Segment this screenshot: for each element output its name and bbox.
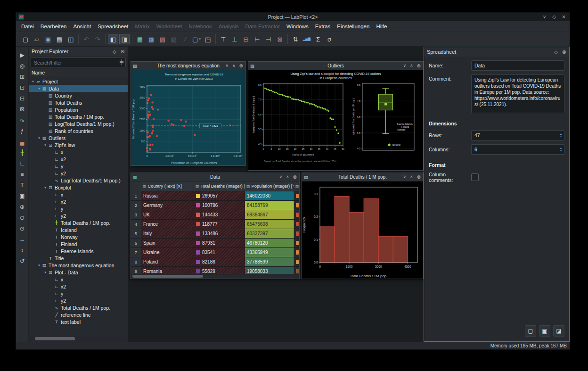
print-preview-button[interactable]: ◫: [65, 34, 76, 44]
add-image-button[interactable]: ▣: [17, 191, 27, 201]
export-button[interactable]: ◳: [203, 34, 213, 44]
tree-item-total-deaths[interactable]: ▥Total Deaths: [29, 99, 128, 106]
tree-item-population[interactable]: ▥Population: [29, 106, 128, 113]
country-cell[interactable]: France: [141, 220, 194, 229]
menu-datei[interactable]: Datei: [18, 21, 37, 32]
toggle-properties-dock-button[interactable]: ◨: [119, 34, 130, 44]
name-input[interactable]: [471, 60, 564, 71]
expander-icon[interactable]: ▾: [37, 87, 41, 91]
country-cell[interactable]: Germany: [141, 201, 194, 210]
tree-item-iceland[interactable]: TIceland: [29, 226, 128, 233]
remove-rows-button[interactable]: ⊟: [241, 34, 251, 44]
data-window-titlebar[interactable]: ▦ Data: [131, 173, 299, 181]
close-window-icon[interactable]: [417, 174, 421, 180]
zipf-chart[interactable]: 051015202530354045504.55.56.57.58.5Rank …: [251, 82, 345, 157]
tree-item-y[interactable]: ∟y: [29, 205, 128, 212]
zoom-in-button[interactable]: ⊕: [17, 202, 27, 212]
tree-item-the-most-dangerous-equation[interactable]: ▾▤The most dangerous equation: [29, 262, 128, 269]
deaths-per-million-cell[interactable]: [294, 267, 299, 274]
tree-item-zipf-s-law[interactable]: ▾⊡Zipf's law: [29, 141, 128, 148]
dangerous-equation-titlebar[interactable]: ▤ The most dangerous equation: [131, 62, 245, 70]
row-number[interactable]: 3: [131, 210, 141, 219]
add-xy-curve-button[interactable]: ∿: [17, 115, 27, 125]
insert-column-right-button[interactable]: ⊣: [263, 34, 274, 44]
expander-icon[interactable]: ▾: [31, 80, 35, 83]
tree-item-x[interactable]: ∟x: [29, 148, 128, 156]
tree-item-title[interactable]: TTitle: [29, 255, 128, 262]
tree-item-x[interactable]: ∟x: [29, 276, 128, 283]
tree-item-boxplot[interactable]: ▾⊡Boxplot: [29, 184, 128, 191]
tree-horizontal-scrollbar[interactable]: [30, 337, 126, 341]
close-icon[interactable]: [562, 13, 565, 22]
deaths-per-million-cell[interactable]: [294, 191, 299, 200]
table-horizontal-scrollbar[interactable]: [131, 274, 299, 279]
tree-item-faeroe-islands[interactable]: TFaeroe Islands: [29, 247, 128, 255]
table-corner[interactable]: [131, 181, 141, 191]
close-window-icon[interactable]: [417, 63, 421, 68]
population-cell[interactable]: 19058033: [245, 267, 294, 274]
tree-column-header[interactable]: Name: [29, 69, 128, 77]
row-number[interactable]: 6: [131, 239, 141, 247]
add-text-label-button[interactable]: T: [17, 181, 27, 190]
select-tool-button[interactable]: ▶: [17, 50, 27, 60]
tree-item-country[interactable]: ▥Country: [29, 92, 128, 99]
float-dock-icon[interactable]: [554, 49, 558, 55]
add-histogram-button[interactable]: ▄: [17, 137, 27, 147]
column-header-1[interactable]: ▥Country (Text) [X]: [141, 181, 194, 191]
tree-item-norway[interactable]: TNorway: [29, 233, 128, 240]
add-axis-button[interactable]: ∟: [17, 159, 27, 168]
row-number[interactable]: 1: [131, 191, 141, 200]
open-project-button[interactable]: ▱: [32, 34, 42, 44]
histogram-chart[interactable]: 01500300045000.00.10.20.3Total Deaths / …: [302, 181, 423, 279]
tree-item-plot-data[interactable]: ▾⊡Plot - Data: [29, 269, 128, 276]
country-cell[interactable]: Romania: [141, 267, 194, 274]
shift-y-button[interactable]: ↕: [17, 246, 27, 255]
tree-item-y2[interactable]: ∟y2: [29, 212, 128, 219]
rows-spinner[interactable]: 47: [471, 130, 564, 140]
crosshair-tool-button[interactable]: ◎: [17, 61, 27, 71]
sort-button[interactable]: ⇅: [290, 34, 301, 44]
import-button[interactable]: ▢: [191, 34, 202, 44]
add-equation-curve-button[interactable]: ƒ: [17, 126, 27, 136]
histogram-titlebar[interactable]: ▤ Total Deaths / 1 M pop.: [302, 173, 423, 181]
maximize-window-icon[interactable]: [232, 63, 236, 68]
shift-x-button[interactable]: ↔: [17, 235, 27, 244]
maximize-window-icon[interactable]: [286, 174, 289, 180]
maximize-icon[interactable]: [552, 13, 556, 22]
close-dock-icon[interactable]: [562, 49, 566, 55]
total-deaths-cell[interactable]: 87931: [194, 239, 245, 247]
new-notebook-button[interactable]: ▧: [169, 34, 179, 44]
menu-extras[interactable]: Extras: [312, 21, 334, 32]
row-number[interactable]: 8: [131, 257, 141, 266]
close-window-icon[interactable]: [293, 174, 297, 180]
country-cell[interactable]: Spain: [141, 239, 194, 247]
tree-item-rank-of-countries[interactable]: ▥Rank of countries: [29, 127, 128, 134]
deaths-per-million-cell[interactable]: [294, 257, 299, 266]
tree-item-finland[interactable]: TFinland: [29, 240, 128, 247]
column-comments-checkbox[interactable]: [471, 173, 479, 181]
deaths-per-million-cell[interactable]: [294, 210, 299, 219]
menu-spreadsheet[interactable]: Spreadsheet: [94, 21, 131, 32]
expander-icon[interactable]: ▾: [37, 136, 41, 140]
menu-windows[interactable]: Windows: [283, 21, 312, 32]
population-cell[interactable]: 43365949: [245, 248, 294, 257]
zoom-select-button[interactable]: ⊙: [17, 224, 27, 233]
spin-down-icon[interactable]: [560, 149, 562, 152]
country-cell[interactable]: Italy: [141, 229, 194, 238]
new-matrix-button[interactable]: ▩: [146, 34, 156, 44]
insert-row-below-button[interactable]: ⊥: [229, 34, 240, 44]
boxplot-chart[interactable]: Faeroe IslandsFinlandNorwayIceland4.55.5…: [351, 82, 417, 157]
tree-item-x2[interactable]: ∟x2: [29, 156, 128, 163]
deaths-per-million-cell[interactable]: [294, 201, 299, 210]
row-number[interactable]: 9: [131, 267, 141, 274]
redo-button[interactable]: ↷: [92, 34, 103, 44]
population-cell[interactable]: 68384867: [245, 210, 294, 219]
tree-item-reference-line[interactable]: ╱reference line: [29, 311, 128, 318]
total-deaths-cell[interactable]: 100796: [194, 201, 245, 210]
maximize-window-icon[interactable]: [410, 174, 413, 180]
row-number[interactable]: 4: [131, 220, 141, 229]
close-window-icon[interactable]: [239, 63, 243, 68]
tree-item-y2[interactable]: ∟y2: [29, 170, 128, 177]
save-default-button[interactable]: ◪: [553, 325, 564, 337]
column-header-3[interactable]: ▥Population (Integer) [Y]: [245, 181, 294, 191]
